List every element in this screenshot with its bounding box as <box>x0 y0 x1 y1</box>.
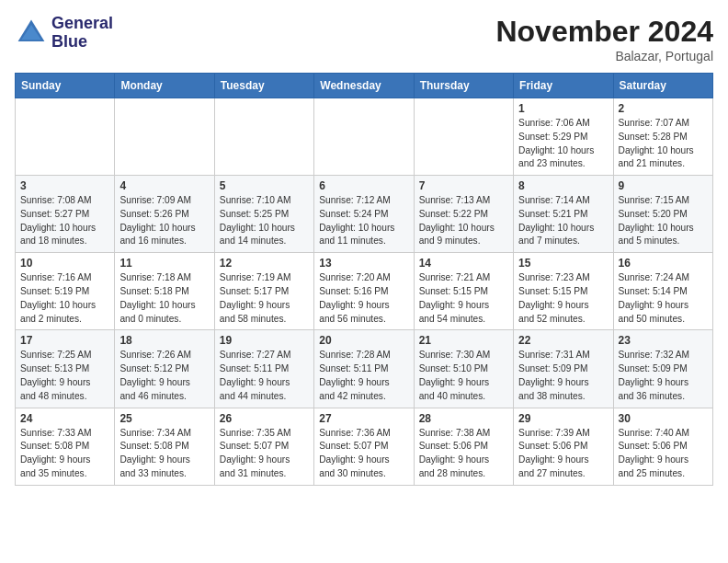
day-info: Sunrise: 7:38 AM Sunset: 5:06 PM Dayligh… <box>419 427 508 481</box>
calendar-cell: 7Sunrise: 7:13 AM Sunset: 5:22 PM Daylig… <box>414 176 513 253</box>
day-info: Sunrise: 7:23 AM Sunset: 5:15 PM Dayligh… <box>518 271 608 326</box>
calendar-header-saturday: Saturday <box>613 74 712 98</box>
calendar-header-friday: Friday <box>514 74 613 98</box>
day-number: 5 <box>220 179 309 192</box>
calendar-table: SundayMondayTuesdayWednesdayThursdayFrid… <box>15 73 713 486</box>
day-number: 25 <box>119 412 209 425</box>
day-info: Sunrise: 7:07 AM Sunset: 5:28 PM Dayligh… <box>619 117 708 171</box>
logo-text: General Blue <box>51 15 113 52</box>
day-info: Sunrise: 7:30 AM Sunset: 5:10 PM Dayligh… <box>419 349 508 403</box>
logo: General Blue <box>15 15 113 52</box>
calendar-cell: 30Sunrise: 7:40 AM Sunset: 5:06 PM Dayli… <box>613 408 712 485</box>
day-info: Sunrise: 7:32 AM Sunset: 5:09 PM Dayligh… <box>619 349 708 403</box>
day-number: 9 <box>619 179 708 192</box>
calendar-cell: 19Sunrise: 7:27 AM Sunset: 5:11 PM Dayli… <box>214 330 313 408</box>
day-info: Sunrise: 7:13 AM Sunset: 5:22 PM Dayligh… <box>419 194 508 248</box>
calendar-cell <box>115 98 214 176</box>
calendar-cell: 26Sunrise: 7:35 AM Sunset: 5:07 PM Dayli… <box>214 408 313 485</box>
day-number: 12 <box>220 257 309 270</box>
day-number: 19 <box>220 334 309 347</box>
day-info: Sunrise: 7:20 AM Sunset: 5:16 PM Dayligh… <box>319 271 408 326</box>
calendar-cell: 1Sunrise: 7:06 AM Sunset: 5:29 PM Daylig… <box>514 98 613 176</box>
day-info: Sunrise: 7:19 AM Sunset: 5:17 PM Dayligh… <box>220 271 309 326</box>
calendar-cell <box>414 98 513 176</box>
calendar-cell: 5Sunrise: 7:10 AM Sunset: 5:25 PM Daylig… <box>214 176 313 253</box>
calendar-cell: 27Sunrise: 7:36 AM Sunset: 5:07 PM Dayli… <box>314 408 414 485</box>
location-subtitle: Balazar, Portugal <box>495 49 713 63</box>
day-info: Sunrise: 7:21 AM Sunset: 5:15 PM Dayligh… <box>419 271 508 326</box>
calendar-cell: 10Sunrise: 7:16 AM Sunset: 5:19 PM Dayli… <box>16 253 115 330</box>
calendar-cell <box>16 98 115 176</box>
calendar-cell: 16Sunrise: 7:24 AM Sunset: 5:14 PM Dayli… <box>613 253 712 330</box>
calendar-cell: 17Sunrise: 7:25 AM Sunset: 5:13 PM Dayli… <box>16 330 115 408</box>
day-number: 24 <box>20 412 109 425</box>
month-title: November 2024 <box>495 15 713 49</box>
day-info: Sunrise: 7:06 AM Sunset: 5:29 PM Dayligh… <box>518 117 608 171</box>
day-number: 14 <box>419 257 508 270</box>
day-info: Sunrise: 7:27 AM Sunset: 5:11 PM Dayligh… <box>220 349 309 403</box>
day-info: Sunrise: 7:15 AM Sunset: 5:20 PM Dayligh… <box>619 194 708 248</box>
calendar-week-2: 3Sunrise: 7:08 AM Sunset: 5:27 PM Daylig… <box>16 176 713 253</box>
calendar-cell: 18Sunrise: 7:26 AM Sunset: 5:12 PM Dayli… <box>115 330 214 408</box>
day-number: 23 <box>619 334 708 347</box>
title-section: November 2024 Balazar, Portugal <box>495 15 713 63</box>
day-info: Sunrise: 7:35 AM Sunset: 5:07 PM Dayligh… <box>220 427 309 481</box>
calendar-week-1: 1Sunrise: 7:06 AM Sunset: 5:29 PM Daylig… <box>16 98 713 176</box>
day-info: Sunrise: 7:36 AM Sunset: 5:07 PM Dayligh… <box>319 427 408 481</box>
calendar-week-4: 17Sunrise: 7:25 AM Sunset: 5:13 PM Dayli… <box>16 330 713 408</box>
day-info: Sunrise: 7:33 AM Sunset: 5:08 PM Dayligh… <box>20 427 109 481</box>
day-number: 21 <box>419 334 508 347</box>
calendar-cell: 28Sunrise: 7:38 AM Sunset: 5:06 PM Dayli… <box>414 408 513 485</box>
day-info: Sunrise: 7:28 AM Sunset: 5:11 PM Dayligh… <box>319 349 408 403</box>
day-number: 7 <box>419 179 508 192</box>
day-number: 30 <box>619 412 708 425</box>
calendar-cell: 8Sunrise: 7:14 AM Sunset: 5:21 PM Daylig… <box>514 176 613 253</box>
page-header: General Blue November 2024 Balazar, Port… <box>15 15 713 63</box>
day-info: Sunrise: 7:14 AM Sunset: 5:21 PM Dayligh… <box>518 194 608 248</box>
day-info: Sunrise: 7:08 AM Sunset: 5:27 PM Dayligh… <box>20 194 109 248</box>
day-number: 16 <box>619 257 708 270</box>
calendar-cell: 14Sunrise: 7:21 AM Sunset: 5:15 PM Dayli… <box>414 253 513 330</box>
calendar-cell: 29Sunrise: 7:39 AM Sunset: 5:06 PM Dayli… <box>514 408 613 485</box>
calendar-cell: 3Sunrise: 7:08 AM Sunset: 5:27 PM Daylig… <box>16 176 115 253</box>
day-info: Sunrise: 7:34 AM Sunset: 5:08 PM Dayligh… <box>119 427 209 481</box>
day-info: Sunrise: 7:09 AM Sunset: 5:26 PM Dayligh… <box>119 194 209 248</box>
day-number: 28 <box>419 412 508 425</box>
day-info: Sunrise: 7:18 AM Sunset: 5:18 PM Dayligh… <box>119 271 209 326</box>
calendar-cell: 21Sunrise: 7:30 AM Sunset: 5:10 PM Dayli… <box>414 330 513 408</box>
day-number: 13 <box>319 257 408 270</box>
calendar-header-row: SundayMondayTuesdayWednesdayThursdayFrid… <box>16 74 713 98</box>
day-info: Sunrise: 7:12 AM Sunset: 5:24 PM Dayligh… <box>319 194 408 248</box>
day-number: 15 <box>518 257 608 270</box>
day-info: Sunrise: 7:40 AM Sunset: 5:06 PM Dayligh… <box>619 427 708 481</box>
calendar-cell <box>314 98 414 176</box>
calendar-cell: 11Sunrise: 7:18 AM Sunset: 5:18 PM Dayli… <box>115 253 214 330</box>
day-number: 17 <box>20 334 109 347</box>
calendar-cell: 15Sunrise: 7:23 AM Sunset: 5:15 PM Dayli… <box>514 253 613 330</box>
day-info: Sunrise: 7:24 AM Sunset: 5:14 PM Dayligh… <box>619 271 708 326</box>
day-info: Sunrise: 7:31 AM Sunset: 5:09 PM Dayligh… <box>518 349 608 403</box>
day-number: 4 <box>119 179 209 192</box>
calendar-cell: 22Sunrise: 7:31 AM Sunset: 5:09 PM Dayli… <box>514 330 613 408</box>
day-number: 8 <box>518 179 608 192</box>
day-number: 11 <box>119 257 209 270</box>
calendar-cell: 20Sunrise: 7:28 AM Sunset: 5:11 PM Dayli… <box>314 330 414 408</box>
calendar-cell: 2Sunrise: 7:07 AM Sunset: 5:28 PM Daylig… <box>613 98 712 176</box>
calendar-header-thursday: Thursday <box>414 74 513 98</box>
day-number: 27 <box>319 412 408 425</box>
day-number: 20 <box>319 334 408 347</box>
day-number: 10 <box>20 257 109 270</box>
day-info: Sunrise: 7:26 AM Sunset: 5:12 PM Dayligh… <box>119 349 209 403</box>
calendar-header-monday: Monday <box>115 74 214 98</box>
calendar-cell: 23Sunrise: 7:32 AM Sunset: 5:09 PM Dayli… <box>613 330 712 408</box>
day-number: 3 <box>20 179 109 192</box>
day-number: 2 <box>619 102 708 115</box>
calendar-cell: 24Sunrise: 7:33 AM Sunset: 5:08 PM Dayli… <box>16 408 115 485</box>
day-number: 18 <box>119 334 209 347</box>
calendar-header-sunday: Sunday <box>16 74 115 98</box>
logo-icon <box>15 17 48 50</box>
calendar-cell: 13Sunrise: 7:20 AM Sunset: 5:16 PM Dayli… <box>314 253 414 330</box>
calendar-week-5: 24Sunrise: 7:33 AM Sunset: 5:08 PM Dayli… <box>16 408 713 485</box>
calendar-cell: 25Sunrise: 7:34 AM Sunset: 5:08 PM Dayli… <box>115 408 214 485</box>
day-number: 6 <box>319 179 408 192</box>
